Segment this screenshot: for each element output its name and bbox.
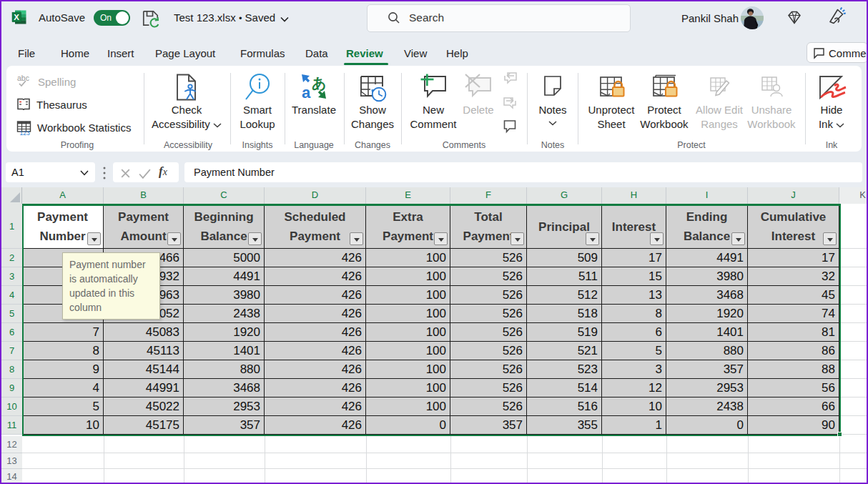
svg-text:あ: あ: [312, 75, 326, 92]
svg-text:X: X: [14, 13, 19, 21]
svg-text:123: 123: [20, 129, 30, 135]
svg-text:abc: abc: [17, 74, 29, 82]
svg-text:a: a: [302, 84, 311, 99]
